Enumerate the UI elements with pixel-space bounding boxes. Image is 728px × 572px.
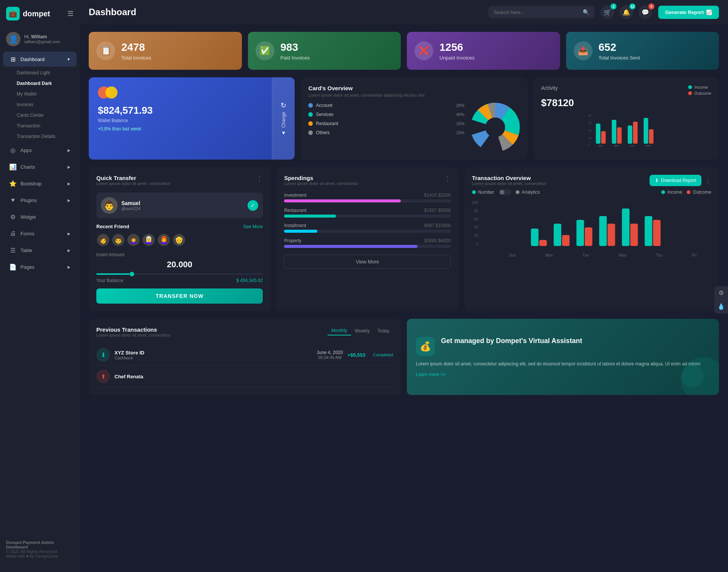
bell-icon-badge[interactable]: 🔔 12 (620, 5, 633, 19)
cart-icon-badge[interactable]: 🛒 2 (601, 5, 614, 19)
table-icon: ☰ (9, 246, 17, 254)
spending-installment: Installment $487 $10000 (284, 223, 450, 233)
spendings-dots-menu[interactable]: ⋮ (444, 175, 451, 183)
recent-avatar-2[interactable]: 👨 (111, 233, 125, 247)
analytics-toggle[interactable] (499, 189, 511, 195)
quick-transfer-header: Quick Transfer Lorem ipsum dolor sit ame… (96, 175, 263, 191)
outcome-filter-dot (687, 190, 690, 194)
generate-report-button[interactable]: Generate Report 📈 (658, 6, 719, 19)
sidebar-item-plugins[interactable]: ♥ Plugins ▶ (3, 193, 77, 208)
recent-avatar-1[interactable]: 👩 (96, 233, 110, 247)
forms-icon: 🖨 (9, 230, 17, 237)
analytics-dot (516, 190, 519, 194)
svg-rect-23 (539, 240, 547, 246)
sidebar-sub-wallet[interactable]: My Wallet (0, 89, 80, 99)
see-all-link[interactable]: See More (243, 224, 263, 229)
property-fill (284, 245, 417, 248)
y-100: 100 (472, 201, 479, 205)
view-more-button[interactable]: View More (284, 255, 450, 269)
sidebar-sub-dashboard-dark[interactable]: Dashboard Dark (0, 78, 80, 89)
theme-button[interactable]: 💧 (714, 300, 728, 313)
tx-item-name-xyz: XYZ Store ID (115, 350, 312, 356)
dots-menu-icon[interactable]: ⋮ (256, 175, 263, 183)
spending-property: Property $3890 $4000 (284, 238, 450, 248)
tx-item-date-xyz: June 4, 2020 05:34:45 AM (317, 350, 343, 360)
tx-labels: Sun Mon Tue Wed Thu Fri (483, 253, 711, 257)
tx-dots-menu[interactable]: ⋮ (704, 176, 711, 185)
wallet-logo (98, 86, 286, 99)
tx-label-mon: Mon (546, 253, 553, 257)
others-dot (308, 130, 313, 135)
sidebar-item-charts[interactable]: 📊 Charts ▶ (3, 159, 77, 174)
restaurant-amount: $1567 $5000 (424, 208, 451, 213)
y-20: 20 (472, 234, 479, 238)
transfer-now-button[interactable]: TRANSFER NOW (96, 288, 263, 304)
sidebar-sub-transaction[interactable]: Transaction (0, 121, 80, 131)
footer-brand: Dompet Payment Admin Dashboard (6, 540, 74, 549)
va-header: 💰 Get managed by Dompet's Virtual Assist… (416, 337, 710, 356)
slider-thumb[interactable] (130, 272, 134, 276)
tab-today[interactable]: Today (373, 326, 393, 335)
table-arrow: ▶ (67, 248, 71, 252)
legend-others: Others 15% (308, 130, 464, 135)
svg-rect-24 (554, 224, 561, 246)
svg-point-4 (485, 118, 505, 137)
sidebar-item-forms[interactable]: 🖨 Forms ▶ (3, 226, 77, 241)
sent-info: 652 Total Invoices Sent (599, 41, 640, 61)
tx-overview-title: Transaction Overview (472, 175, 546, 181)
message-icon-badge[interactable]: 💬 5 (639, 5, 652, 19)
sidebar-sub-transaction-details[interactable]: Transaction Details (0, 131, 80, 142)
sidebar-item-dashboard[interactable]: ⊞ Dashboard ▼ (3, 52, 77, 67)
username: William (31, 34, 47, 39)
activity-chart: 80 60 40 20 0 (541, 113, 711, 149)
logo-area: 💼 dompet ☰ (0, 0, 80, 27)
services-label: Services (316, 112, 333, 117)
slider-track[interactable] (96, 273, 263, 275)
hamburger-icon[interactable]: ☰ (67, 9, 74, 18)
svg-rect-25 (562, 235, 570, 246)
recent-avatar-4[interactable]: 👩‍🦳 (142, 233, 155, 247)
change-label: Change (281, 112, 286, 128)
spending-restaurant: Restaurant $1567 $5000 (284, 208, 450, 218)
balance-row: Your Balance $ 456,345.62 (96, 278, 263, 283)
sidebar-item-table[interactable]: ☰ Table ▶ (3, 243, 77, 258)
income-legend: Income (688, 85, 711, 89)
sidebar-item-widget[interactable]: ⚙ Widget (3, 209, 77, 224)
recent-avatar-5[interactable]: 👩‍🦰 (157, 233, 171, 247)
wallet-change-button[interactable]: ↻ Change ▼ (272, 77, 295, 160)
tx-time-xyz: 05:34:45 AM (317, 355, 343, 360)
tx-filters: Number Analytics Income (472, 189, 711, 195)
settings-button[interactable]: ⚙ (714, 286, 728, 300)
dashboard-label: Dashboard (20, 56, 45, 62)
recent-avatar-6[interactable]: 👴 (172, 233, 186, 247)
y-axis: 100 80 60 40 20 0 (472, 201, 480, 246)
va-learn-more-link[interactable]: Learn more >> (416, 372, 710, 377)
check-icon: ✓ (248, 200, 258, 211)
tx-item-amount-xyz: +$5,553 (347, 352, 365, 358)
sidebar-sub-cards[interactable]: Cards Center (0, 110, 80, 121)
recent-avatar-3[interactable]: 👩‍🦱 (127, 233, 140, 247)
search-box[interactable]: 🔍 (488, 6, 595, 18)
services-pct: 40% (456, 112, 464, 117)
activity-title: Activity (541, 85, 558, 91)
sidebar-item-pages[interactable]: 📄 Pages ▶ (3, 259, 77, 274)
others-pct: 15% (456, 130, 464, 135)
sidebar-sub-dashboard-light[interactable]: Dashboard Light (0, 67, 80, 78)
account-label: Account (316, 103, 332, 108)
balance-label: Your Balance (96, 278, 123, 283)
activity-section: Activity Income Outcome $78120 (533, 77, 719, 160)
sidebar-item-bootstrap[interactable]: ⭐ Bootstrap ▶ (3, 176, 77, 191)
sidebar-sub-invoices[interactable]: Invoices (0, 99, 80, 110)
table-label: Table (20, 248, 32, 253)
co-legend: Account 20% Services 40% Restaurant 15% (308, 103, 464, 152)
legend-restaurant: Restaurant 15% (308, 121, 464, 126)
search-input[interactable] (494, 9, 580, 15)
tab-weekly[interactable]: Weekly (351, 326, 373, 335)
svg-rect-16 (643, 118, 648, 144)
download-report-button[interactable]: ⬇ Download Report (650, 175, 701, 186)
sidebar-item-apps[interactable]: ◎ Apps ▶ (3, 143, 77, 158)
person-avatar: 👨 (101, 197, 118, 214)
avatars-row: 👩 👨 👩‍🦱 👩‍🦳 👩‍🦰 👴 (96, 233, 263, 247)
outcome-label: Outcome (694, 91, 711, 96)
tab-monthly[interactable]: Monthly (328, 326, 351, 335)
